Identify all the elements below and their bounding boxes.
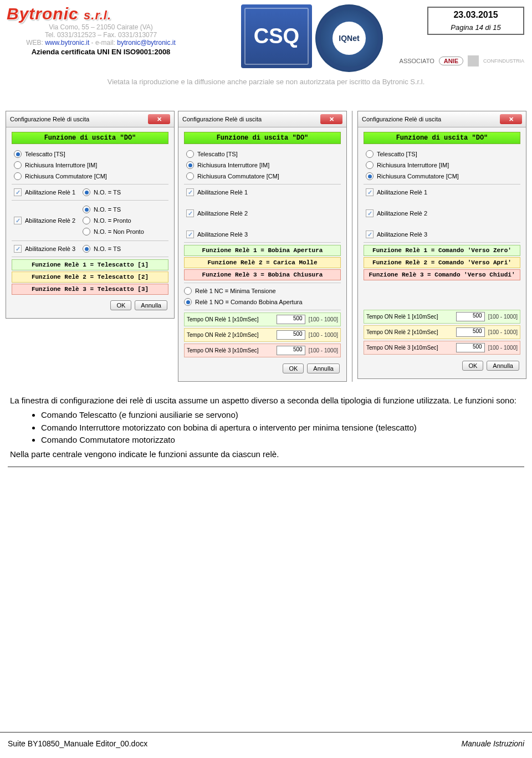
list-item: Comando Telescatto (e funzioni ausiliari…: [41, 409, 522, 421]
radio-telescatto[interactable]: Telescatto [TS]: [182, 148, 343, 160]
checkbox-icon[interactable]: [14, 245, 22, 253]
body-paragraph-1: La finestra di configurazione dei relè d…: [10, 395, 522, 406]
tempo-rele-1: Tempo ON Relè 1 [x10mSec] 500 [100 - 100…: [184, 313, 341, 326]
tempo-input[interactable]: 500: [277, 315, 305, 324]
radio-telescatto[interactable]: Telescatto [TS]: [361, 148, 523, 160]
radio-interruttore[interactable]: Richiusura Interruttore [IM]: [361, 160, 523, 171]
ok-button[interactable]: OK: [462, 361, 483, 371]
abil-rele-3[interactable]: Abilitazione Relè 3: [182, 229, 343, 240]
tempo-label: Tempo ON Relè 2 [x10mSec]: [366, 329, 438, 335]
tempo-rele-2: Tempo ON Relè 2 [x10mSec] 500 [100 - 100…: [364, 325, 520, 339]
disclaimer-text: Vietata la riproduzione e la diffusione …: [0, 78, 532, 86]
func-rele-2: Funzione Relè 2 = Carica Molle: [184, 257, 341, 268]
abil-rele-1-row: Abilitazione Relè 1 N.O. = TS: [9, 187, 171, 198]
radio-r1no[interactable]: Relè 1 NO = Comando Bobina Apertura: [182, 296, 343, 308]
annulla-button[interactable]: Annulla: [487, 361, 519, 371]
dialog-title-text: Configurazione Relè di uscita: [10, 116, 89, 122]
certification-line: Azienda certificata UNI EN ISO9001:2008: [7, 48, 195, 56]
checkbox-icon: [366, 231, 374, 238]
checkbox-icon: [186, 231, 194, 238]
radio-label: Telescatto [TS]: [25, 151, 65, 157]
radio-icon: [186, 150, 194, 158]
company-logo: Bytronic s.r.l.: [7, 4, 228, 23]
abil-rele-1[interactable]: Abilitazione Relè 1: [361, 187, 523, 198]
page-header: Bytronic s.r.l. Via Como, 55 – 21050 Cai…: [0, 0, 532, 100]
checkbox-icon[interactable]: [14, 188, 22, 196]
radio-label: Richiusura Commutatore [CM]: [377, 173, 459, 180]
dialog-titlebar: Configurazione Relè di uscita ✕: [178, 111, 346, 127]
radio-icon: [366, 161, 374, 169]
address-line-2: Tel. 0331/312523 – Fax. 0331/313077: [7, 31, 195, 39]
checkbox-icon: [366, 209, 374, 217]
radio-commutatore[interactable]: Richiusura Commutatore [CM]: [182, 171, 343, 182]
radio-interruttore[interactable]: Richiusura Interruttore [IM]: [9, 160, 171, 171]
abil-rele-3-row: Abilitazione Relè 3 N.O. = TS: [9, 243, 171, 254]
horizontal-rule: [8, 467, 524, 467]
radio-interruttore[interactable]: Richiusura Interruttore [IM]: [182, 160, 343, 171]
radio-icon[interactable]: [83, 206, 90, 213]
document-info-box: 23.03.2015 Pagina 14 di 15: [427, 7, 524, 35]
ok-button[interactable]: OK: [283, 363, 304, 373]
radio-icon: [186, 172, 194, 180]
tempo-range: [100 - 1000]: [488, 314, 518, 320]
web-mid: - e-mail:: [89, 39, 117, 47]
close-icon[interactable]: ✕: [320, 114, 342, 124]
radio-icon: [184, 287, 192, 295]
func-rele-1: Funzione Relè 1 = Bobina Apertura: [184, 245, 341, 256]
vertical-separator: [352, 111, 352, 382]
checkbox-icon[interactable]: [14, 217, 22, 224]
radio-label: N.O. = TS: [94, 189, 121, 196]
dialogs-row: Configurazione Relè di uscita ✕ Funzione…: [6, 111, 526, 382]
check-label: Abilitazione Relè 1: [197, 189, 248, 196]
tempo-range: [100 - 1000]: [488, 329, 518, 335]
dialog-interruttore: Configurazione Relè di uscita ✕ Funzione…: [178, 111, 347, 382]
checkbox-icon: [186, 209, 194, 217]
func-rele-2: Funzione Relè 2 = Telescatto [2]: [12, 272, 168, 283]
func-rele-2: Funzione Relè 2 = Comando 'Verso Apri': [364, 257, 520, 268]
radio-icon: [366, 150, 374, 158]
tempo-rele-1: Tempo ON Relè 1 [x10mSec] 500 [100 - 100…: [364, 310, 520, 324]
annulla-button[interactable]: Annulla: [307, 363, 340, 373]
document-page: Pagina 14 di 15: [428, 23, 523, 32]
csq-label: CSQ: [254, 24, 299, 48]
close-icon[interactable]: ✕: [148, 114, 170, 124]
certification-badges: CSQ IQNet: [241, 4, 383, 72]
tempo-rele-2: Tempo ON Relè 2 [x10mSec] 500 [100 - 100…: [184, 328, 341, 342]
abil-rele-1[interactable]: Abilitazione Relè 1: [182, 187, 343, 198]
abil-rele-2[interactable]: Abilitazione Relè 2: [361, 208, 523, 219]
dialog-titlebar: Configurazione Relè di uscita ✕: [6, 111, 174, 127]
radio-label: Richiusura Interruttore [IM]: [25, 162, 97, 168]
tempo-input[interactable]: 500: [277, 330, 305, 340]
close-icon[interactable]: ✕: [500, 114, 522, 124]
tempo-input[interactable]: 500: [456, 312, 485, 321]
radio-label: Richiusura Interruttore [IM]: [197, 162, 269, 168]
tempo-input[interactable]: 500: [277, 346, 305, 355]
csq-badge-icon: CSQ: [241, 4, 312, 68]
ok-button[interactable]: OK: [110, 300, 131, 310]
list-item: Comando Commutatore motorizzato: [41, 434, 522, 445]
tempo-label: Tempo ON Relè 2 [x10mSec]: [187, 332, 259, 338]
tempo-input[interactable]: 500: [456, 327, 485, 337]
logo-area: Bytronic s.r.l. Via Como, 55 – 21050 Cai…: [7, 4, 228, 56]
radio-r1nc[interactable]: Relè 1 NC = Minima Tensione: [182, 285, 343, 296]
radio-label: N.O. = TS: [94, 206, 121, 213]
abil-rele-2[interactable]: Abilitazione Relè 2: [182, 208, 343, 219]
radio-icon[interactable]: [83, 188, 90, 196]
radio-commutatore[interactable]: Richiusura Commutatore [CM]: [361, 171, 523, 182]
radio-label: Relè 1 NC = Minima Tensione: [195, 288, 276, 294]
tempo-input[interactable]: 500: [456, 343, 485, 352]
web-prefix: WEB:: [26, 39, 45, 47]
check-label: Abilitazione Relè 3: [377, 231, 427, 238]
check-label: Abilitazione Relè 1: [25, 189, 75, 196]
radio-commutatore[interactable]: Richiusura Commutatore [CM]: [9, 171, 171, 182]
radio-icon[interactable]: [83, 228, 90, 235]
check-label: Abilitazione Relè 2: [197, 210, 248, 217]
radio-icon[interactable]: [83, 245, 90, 253]
radio-telescatto[interactable]: Telescatto [TS]: [9, 148, 171, 160]
func-rele-1: Funzione Relè 1 = Comando 'Verso Zero': [364, 245, 520, 256]
abil-rele-3[interactable]: Abilitazione Relè 3: [361, 229, 523, 240]
radio-label: Telescatto [TS]: [197, 151, 238, 157]
tempo-rele-3: Tempo ON Relè 3 [x10mSec] 500 [100 - 100…: [184, 344, 341, 357]
annulla-button[interactable]: Annulla: [135, 300, 167, 310]
radio-icon[interactable]: [83, 217, 90, 224]
